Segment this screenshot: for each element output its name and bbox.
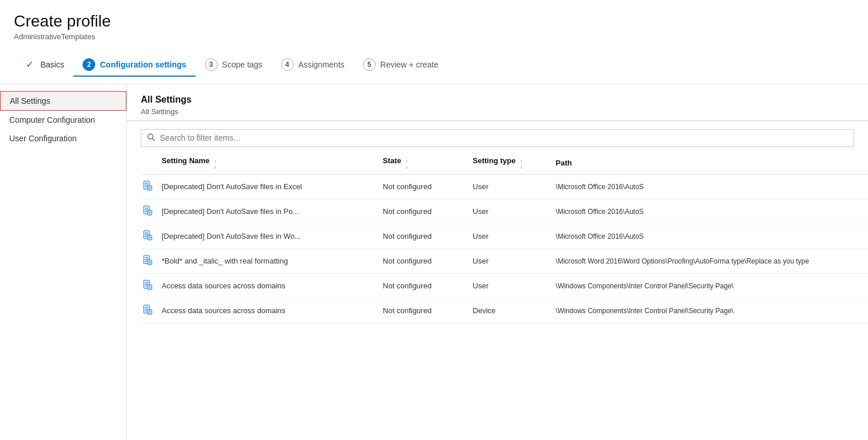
search-bar [141, 129, 854, 147]
sort-arrows-type[interactable]: ↑↓ [520, 159, 523, 170]
sidebar-item-all-settings[interactable]: All Settings [0, 91, 126, 111]
row-icon [141, 199, 159, 224]
table-header-row: Setting Name ↑↓ State ↑↓ [141, 152, 868, 175]
breadcrumb: All Settings [141, 107, 854, 116]
table-wrapper: Setting Name ↑↓ State ↑↓ [127, 152, 868, 440]
document-icon [143, 257, 152, 267]
tab-basics-label: Basics [40, 60, 64, 69]
svg-rect-6 [148, 186, 152, 190]
row-path: \Microsoft Office 2016\AutoS [553, 174, 868, 199]
row-type: Device [470, 298, 553, 323]
tab-configuration-label: Configuration settings [100, 60, 186, 69]
tab-basics[interactable]: ✓ Basics [14, 54, 73, 77]
svg-rect-20 [148, 235, 152, 240]
tab-configuration-number: 2 [83, 58, 95, 71]
col-header-type[interactable]: Setting type ↑↓ [470, 152, 553, 175]
settings-table: Setting Name ↑↓ State ↑↓ [141, 152, 868, 324]
row-setting-name[interactable]: Access data sources across domains [159, 298, 380, 323]
row-path: \Windows Components\Inter Control Panel\… [553, 298, 868, 323]
page-title: Create profile [14, 12, 854, 31]
row-type: User [470, 273, 553, 298]
row-type: User [470, 174, 553, 199]
row-state: Not configured [380, 174, 470, 199]
document-icon [143, 183, 152, 193]
row-state: Not configured [380, 224, 470, 249]
row-type: User [470, 224, 553, 249]
content-area: All Settings All Settings [127, 84, 868, 440]
row-setting-name[interactable]: *Bold* and _italic_ with real formatting [159, 249, 380, 273]
sidebar-all-settings-label: All Settings [10, 96, 50, 106]
col-header-icon [141, 152, 159, 175]
tab-scope-number: 3 [205, 58, 218, 71]
sort-arrows-state[interactable]: ↑↓ [406, 159, 409, 170]
row-state: Not configured [380, 249, 470, 273]
document-icon [143, 208, 152, 217]
row-icon [141, 273, 159, 298]
svg-rect-41 [148, 310, 152, 314]
sidebar-item-user-config[interactable]: User Configuration [0, 129, 126, 148]
row-icon [141, 298, 159, 323]
tab-configuration[interactable]: 2 Configuration settings [73, 54, 195, 77]
tab-assignments-number: 4 [281, 58, 294, 71]
row-setting-name[interactable]: [Deprecated] Don't AutoSave files in Exc… [159, 174, 380, 199]
page-header: Create profile AdministrativeTemplates [0, 0, 868, 47]
wizard-tabs: ✓ Basics 2 Configuration settings 3 Scop… [0, 47, 868, 84]
tab-assignments-label: Assignments [298, 60, 345, 69]
tab-review-label: Review + create [380, 60, 439, 69]
col-header-path: Path [553, 152, 868, 175]
checkmark-icon: ✓ [23, 58, 36, 71]
search-bar-container [127, 121, 868, 152]
col-header-name[interactable]: Setting Name ↑↓ [159, 152, 380, 175]
sidebar-item-computer-config[interactable]: Computer Configuration [0, 111, 126, 129]
search-input[interactable] [160, 133, 848, 142]
row-type: User [470, 199, 553, 224]
row-state: Not configured [380, 273, 470, 298]
row-path: \Microsoft Office 2016\AutoS [553, 224, 868, 249]
row-setting-name[interactable]: [Deprecated] Don't AutoSave files in Po.… [159, 199, 380, 224]
svg-line-1 [152, 138, 155, 141]
sidebar-computer-config-label: Computer Configuration [9, 115, 95, 125]
svg-rect-13 [148, 210, 152, 215]
tab-assignments[interactable]: 4 Assignments [272, 54, 354, 77]
row-path: \Microsoft Office 2016\AutoS [553, 199, 868, 224]
row-setting-name[interactable]: Access data sources across domains [159, 273, 380, 298]
row-type: User [470, 249, 553, 273]
row-icon [141, 224, 159, 249]
sidebar: All Settings Computer Configuration User… [0, 84, 127, 440]
table-row[interactable]: Access data sources across domains Not c… [141, 298, 868, 323]
document-icon [143, 307, 152, 317]
tab-review-number: 5 [363, 58, 376, 71]
sidebar-user-config-label: User Configuration [9, 134, 77, 143]
search-icon [147, 133, 155, 143]
table-row[interactable]: [Deprecated] Don't AutoSave files in Exc… [141, 174, 868, 199]
sort-arrows-name[interactable]: ↑↓ [214, 159, 217, 170]
row-path: \Windows Components\Inter Control Panel\… [553, 273, 868, 298]
svg-rect-34 [148, 285, 152, 289]
page-subtitle: AdministrativeTemplates [14, 32, 854, 41]
table-scroll[interactable]: Setting Name ↑↓ State ↑↓ [127, 152, 868, 440]
table-row[interactable]: *Bold* and _italic_ with real formatting… [141, 249, 868, 273]
row-icon [141, 249, 159, 273]
content-header: All Settings All Settings [127, 84, 868, 121]
content-title: All Settings [141, 95, 854, 105]
table-row[interactable]: Access data sources across domains Not c… [141, 273, 868, 298]
row-path: \Microsoft Word 2016\Word Options\Proofi… [553, 249, 868, 273]
tab-scope[interactable]: 3 Scope tags [196, 54, 272, 77]
row-state: Not configured [380, 199, 470, 224]
col-header-state[interactable]: State ↑↓ [380, 152, 470, 175]
row-icon [141, 174, 159, 199]
document-icon [143, 282, 152, 292]
tab-scope-label: Scope tags [222, 60, 263, 69]
table-row[interactable]: [Deprecated] Don't AutoSave files in Wo.… [141, 224, 868, 249]
main-layout: All Settings Computer Configuration User… [0, 84, 868, 440]
row-state: Not configured [380, 298, 470, 323]
row-setting-name[interactable]: [Deprecated] Don't AutoSave files in Wo.… [159, 224, 380, 249]
document-icon [143, 232, 152, 242]
table-row[interactable]: [Deprecated] Don't AutoSave files in Po.… [141, 199, 868, 224]
svg-rect-27 [148, 260, 152, 265]
tab-review[interactable]: 5 Review + create [354, 54, 448, 77]
